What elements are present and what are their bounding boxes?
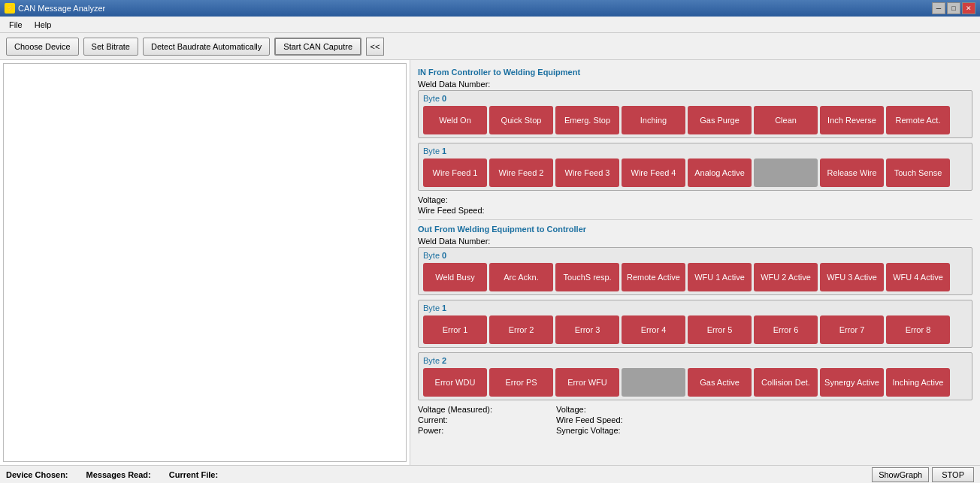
choose-device-button[interactable]: Choose Device bbox=[6, 38, 79, 56]
out-power-label: Power: bbox=[418, 426, 508, 435]
wfu4-active-button[interactable]: WFU 4 Active bbox=[886, 263, 950, 291]
out-byte1-buttons: Error 1 Error 2 Error 3 Error 4 Error 5 … bbox=[423, 315, 967, 344]
out-section-title: Out From Welding Equipment to Controller bbox=[418, 225, 972, 234]
in-voltage-label: Voltage: bbox=[418, 195, 508, 204]
out-byte1-label: Byte bbox=[423, 303, 440, 312]
close-button[interactable]: ✕ bbox=[962, 2, 975, 14]
in-section-title: IN From Controller to Welding Equipment bbox=[418, 68, 972, 77]
out-byte2-buttons: Error WDU Error PS Error WFU Gas Active … bbox=[423, 368, 967, 397]
arrow-button[interactable]: << bbox=[366, 38, 384, 56]
device-chosen-section: Device Chosen: bbox=[6, 470, 71, 479]
wire-feed-3-button[interactable]: Wire Feed 3 bbox=[555, 158, 619, 187]
error3-button[interactable]: Error 3 bbox=[555, 315, 619, 344]
main-content: IN From Controller to Welding Equipment … bbox=[0, 60, 980, 465]
in-wire-feed-speed-label: Wire Feed Speed: bbox=[418, 206, 508, 215]
app-title: CAN Message Analyzer bbox=[18, 4, 105, 13]
in-byte0-buttons: Weld On Quick Stop Emerg. Stop Inching G… bbox=[423, 106, 967, 134]
error-wdu-button[interactable]: Error WDU bbox=[423, 368, 487, 397]
show-graph-button[interactable]: ShowGraph bbox=[872, 467, 929, 482]
gas-purge-button[interactable]: Gas Purge bbox=[688, 106, 752, 134]
error8-button[interactable]: Error 8 bbox=[886, 315, 950, 344]
in-weld-data-label: Weld Data Number: bbox=[418, 80, 972, 89]
out-byte0-group: Byte 0 Weld Busy Arc Ackn. TouchS resp. … bbox=[418, 247, 972, 295]
wire-feed-1-button[interactable]: Wire Feed 1 bbox=[423, 158, 487, 187]
in-byte1-group: Byte 1 Wire Feed 1 Wire Feed 2 Wire Feed… bbox=[418, 143, 972, 191]
reserved-in-button bbox=[754, 158, 818, 187]
inch-reverse-button[interactable]: Inch Reverse bbox=[820, 106, 884, 134]
out-readings-section: Voltage (Measured): Current: Power: Volt… bbox=[418, 405, 972, 436]
messages-read-label: Messages Read: bbox=[86, 470, 151, 479]
wire-feed-2-button[interactable]: Wire Feed 2 bbox=[489, 158, 553, 187]
touch-sense-button[interactable]: Touch Sense bbox=[886, 158, 950, 187]
collision-det-button[interactable]: Collision Det. bbox=[754, 368, 818, 397]
wfu3-active-button[interactable]: WFU 3 Active bbox=[820, 263, 884, 291]
remote-act-button[interactable]: Remote Act. bbox=[886, 106, 950, 134]
left-panel bbox=[0, 60, 410, 465]
out-wire-feed-speed-label: Wire Feed Speed: bbox=[556, 415, 646, 424]
current-file-section: Current File: bbox=[169, 470, 221, 479]
start-capture-button[interactable]: Start CAN Caputre bbox=[274, 38, 361, 56]
touchs-resp-button[interactable]: TouchS resp. bbox=[555, 263, 619, 291]
menu-file[interactable]: File bbox=[3, 19, 29, 31]
title-bar: ⚡ CAN Message Analyzer ─ □ ✕ bbox=[0, 0, 980, 17]
error-wfu-button[interactable]: Error WFU bbox=[555, 368, 619, 397]
out-voltage-label: Voltage: bbox=[556, 405, 646, 414]
minimize-button[interactable]: ─ bbox=[932, 2, 945, 14]
arc-ackn-button[interactable]: Arc Ackn. bbox=[489, 263, 553, 291]
error4-button[interactable]: Error 4 bbox=[622, 315, 685, 344]
status-bar: Device Chosen: Messages Read: Current Fi… bbox=[0, 465, 980, 483]
clean-button[interactable]: Clean bbox=[754, 106, 818, 134]
toolbar: Choose Device Set Bitrate Detect Baudrat… bbox=[0, 33, 980, 60]
out-synergic-voltage-label: Synergic Voltage: bbox=[556, 426, 646, 435]
out-byte1-num: 1 bbox=[442, 303, 446, 312]
error5-button[interactable]: Error 5 bbox=[688, 315, 752, 344]
maximize-button[interactable]: □ bbox=[947, 2, 960, 14]
emerg-stop-button[interactable]: Emerg. Stop bbox=[555, 106, 619, 134]
error1-button[interactable]: Error 1 bbox=[423, 315, 487, 344]
remote-active-button[interactable]: Remote Active bbox=[622, 263, 685, 291]
inching-button[interactable]: Inching bbox=[622, 106, 685, 134]
set-bitrate-button[interactable]: Set Bitrate bbox=[83, 38, 138, 56]
detect-baudrate-button[interactable]: Detect Baudrate Automatically bbox=[143, 38, 270, 56]
current-file-label: Current File: bbox=[169, 470, 218, 479]
error-ps-button[interactable]: Error PS bbox=[489, 368, 553, 397]
stop-button[interactable]: STOP bbox=[932, 467, 974, 482]
in-voltage-section: Voltage: Wire Feed Speed: bbox=[418, 195, 972, 215]
error7-button[interactable]: Error 7 bbox=[820, 315, 884, 344]
wfu1-active-button[interactable]: WFU 1 Active bbox=[688, 263, 752, 291]
menu-bar: File Help bbox=[0, 17, 980, 33]
error2-button[interactable]: Error 2 bbox=[489, 315, 553, 344]
out-byte0-buttons: Weld Busy Arc Ackn. TouchS resp. Remote … bbox=[423, 263, 967, 291]
menu-help[interactable]: Help bbox=[29, 19, 58, 31]
inching-active-button[interactable]: Inching Active bbox=[886, 368, 950, 397]
weld-busy-button[interactable]: Weld Busy bbox=[423, 263, 487, 291]
out-current-label: Current: bbox=[418, 415, 508, 424]
in-byte1-num: 1 bbox=[442, 146, 446, 155]
out-weld-data-label: Weld Data Number: bbox=[418, 237, 972, 246]
in-byte1-buttons: Wire Feed 1 Wire Feed 2 Wire Feed 3 Wire… bbox=[423, 158, 967, 187]
messages-read-section: Messages Read: bbox=[86, 470, 154, 479]
reserved-out-button bbox=[622, 368, 685, 397]
in-byte1-label: Byte bbox=[423, 146, 440, 155]
right-panel: IN From Controller to Welding Equipment … bbox=[410, 60, 980, 465]
error6-button[interactable]: Error 6 bbox=[754, 315, 818, 344]
quick-stop-button[interactable]: Quick Stop bbox=[489, 106, 553, 134]
out-byte2-label: Byte bbox=[423, 356, 440, 365]
out-byte0-num: 0 bbox=[442, 251, 446, 260]
app-icon: ⚡ bbox=[5, 3, 15, 14]
out-readings-right: Voltage: Wire Feed Speed: Synergic Volta… bbox=[556, 405, 649, 436]
synergy-active-button[interactable]: Synergy Active bbox=[820, 368, 884, 397]
out-readings-left: Voltage (Measured): Current: Power: bbox=[418, 405, 511, 436]
weld-on-button[interactable]: Weld On bbox=[423, 106, 487, 134]
wire-feed-4-button[interactable]: Wire Feed 4 bbox=[622, 158, 685, 187]
in-byte0-label: Byte bbox=[423, 94, 440, 103]
wfu2-active-button[interactable]: WFU 2 Active bbox=[754, 263, 818, 291]
out-voltage-measured-label: Voltage (Measured): bbox=[418, 405, 508, 414]
release-wire-button[interactable]: Release Wire bbox=[820, 158, 884, 187]
in-byte0-group: Byte 0 Weld On Quick Stop Emerg. Stop In… bbox=[418, 90, 972, 138]
gas-active-button[interactable]: Gas Active bbox=[688, 368, 752, 397]
device-chosen-label: Device Chosen: bbox=[6, 470, 68, 479]
analog-active-button[interactable]: Analog Active bbox=[688, 158, 752, 187]
out-byte2-num: 2 bbox=[442, 356, 446, 365]
in-byte0-num: 0 bbox=[442, 94, 446, 103]
